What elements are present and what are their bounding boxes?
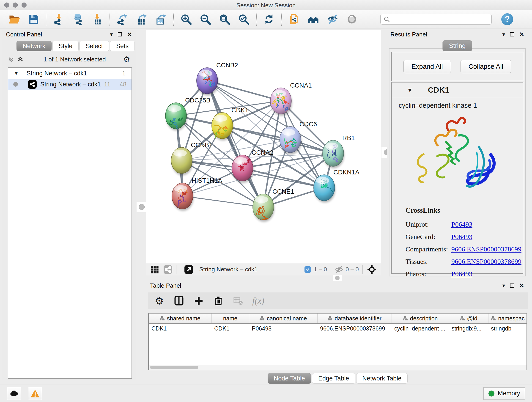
float-panel-icon[interactable] xyxy=(118,32,122,36)
network-node-CCNA2[interactable]: CCNA2 xyxy=(232,149,273,183)
zoom-fit-icon[interactable] xyxy=(218,13,231,26)
help-button[interactable]: ? xyxy=(501,13,513,25)
memory-button[interactable]: Memory xyxy=(483,387,525,400)
zoom-out-icon[interactable] xyxy=(199,13,212,26)
tab-select[interactable]: Select xyxy=(80,41,109,51)
collapse-gene-icon[interactable]: ▼ xyxy=(407,87,413,94)
tree-expand-icon[interactable]: ▼ xyxy=(14,70,19,76)
tab-style[interactable]: Style xyxy=(52,41,79,51)
import-database-icon[interactable] xyxy=(71,13,84,26)
import-network-icon[interactable] xyxy=(52,13,65,26)
grid-view-icon[interactable] xyxy=(150,265,159,274)
tab-string[interactable]: String xyxy=(443,40,472,51)
table-tabs: Node TableEdge TableNetwork Table xyxy=(148,373,528,384)
table-settings-gear-icon[interactable]: ⚙ xyxy=(154,295,165,306)
column-header-description[interactable]: description xyxy=(392,313,449,324)
expand-all-icon[interactable] xyxy=(17,56,24,63)
table-horizontal-scrollbar[interactable] xyxy=(148,365,527,370)
network-edge[interactable] xyxy=(207,81,263,207)
table-cell[interactable]: P06493 xyxy=(249,324,317,333)
refresh-icon[interactable] xyxy=(263,13,275,26)
network-node-CCNB1[interactable]: CCNB1 xyxy=(171,141,213,175)
float-panel-icon[interactable] xyxy=(510,32,514,36)
close-icon[interactable]: ✕ xyxy=(519,31,524,38)
warning-icon[interactable] xyxy=(28,387,42,400)
tab-sets[interactable]: Sets xyxy=(110,41,135,51)
table-cell[interactable]: CDK1 xyxy=(211,324,249,333)
share-document-icon[interactable] xyxy=(288,13,301,26)
crosslink-link[interactable]: P06493 xyxy=(451,270,472,278)
tab-network-table[interactable]: Network Table xyxy=(356,373,408,384)
column-header-name[interactable]: name xyxy=(211,313,249,324)
network-node-CCNE1[interactable]: CCNE1 xyxy=(253,188,294,222)
column-header-shared-name[interactable]: shared name xyxy=(149,313,211,324)
network-overview-icon[interactable] xyxy=(307,13,320,26)
cloud-icon[interactable] xyxy=(7,387,21,400)
zoom-selected-icon[interactable] xyxy=(237,13,250,26)
close-icon[interactable]: ✕ xyxy=(127,31,132,38)
table-cell[interactable]: CDK1 xyxy=(149,324,211,333)
export-image-icon[interactable] xyxy=(154,13,167,26)
network-node-RB1[interactable]: RB1 xyxy=(323,134,355,168)
toolbar-separator xyxy=(281,13,282,26)
network-node-CCNB2[interactable]: CCNB2 xyxy=(196,62,238,96)
network-node-HIST1H1A[interactable]: HIST1H1A xyxy=(172,177,222,211)
network-collection-row[interactable]: ▼ String Network – cdk1 1 xyxy=(8,68,132,79)
gene-card-header[interactable]: ▼ CDK1 xyxy=(392,83,523,98)
table-row[interactable]: CDK1CDK1P064939606.ENSP00000378699cyclin… xyxy=(149,324,527,333)
search-input[interactable] xyxy=(380,14,492,25)
tab-network[interactable]: Network xyxy=(17,41,51,51)
add-column-icon[interactable] xyxy=(193,295,204,306)
network-edge[interactable] xyxy=(182,196,263,207)
close-icon[interactable]: ✕ xyxy=(519,282,524,289)
crosslink-link[interactable]: 9606.ENSP00000378699 xyxy=(451,245,521,253)
column-header-canonical-name[interactable]: canonical name xyxy=(249,313,317,324)
collapse-all-button[interactable]: Collapse All xyxy=(461,60,511,73)
crosslink-link[interactable]: P06493 xyxy=(451,233,472,241)
selected-checkbox-icon[interactable] xyxy=(304,266,311,273)
crosslink-link[interactable]: P06493 xyxy=(451,220,472,228)
expand-all-button[interactable]: Expand All xyxy=(404,60,451,73)
delete-column-trash-icon[interactable] xyxy=(213,295,224,306)
tab-edge-table[interactable]: Edge Table xyxy=(312,373,355,384)
crosslink-link[interactable]: 9606.ENSP00000378699 xyxy=(451,258,521,265)
chevron-down-icon[interactable]: ▾ xyxy=(502,282,505,289)
network-node-count: 11 xyxy=(104,81,110,88)
share-view-icon[interactable] xyxy=(163,265,172,274)
chevron-down-icon[interactable]: ▾ xyxy=(502,31,505,38)
window-titlebar: Session: New Session xyxy=(0,0,532,10)
gear-icon[interactable]: ⚙ xyxy=(123,55,130,64)
export-network-icon[interactable] xyxy=(116,13,129,26)
show-columns-icon[interactable] xyxy=(173,295,184,306)
import-table-icon[interactable] xyxy=(91,13,104,26)
zoom-in-icon[interactable] xyxy=(180,13,192,26)
app-statusbar: Memory xyxy=(0,385,532,402)
column-header-database-identifier[interactable]: database identifier xyxy=(317,313,392,324)
selected-node-edge-count: 1 – 0 xyxy=(314,266,327,273)
collapse-all-icon[interactable] xyxy=(8,56,15,63)
chevron-down-icon[interactable]: ▾ xyxy=(110,31,113,38)
bottom-splitter-handle[interactable] xyxy=(333,275,342,281)
show-panel-icon[interactable] xyxy=(346,13,358,26)
column-header--id[interactable]: @id xyxy=(449,313,488,324)
birds-eye-view-icon[interactable] xyxy=(367,265,376,274)
table-cell[interactable]: 9606.ENSP00000378699 xyxy=(317,324,392,333)
table-cell[interactable]: stringdb:9... xyxy=(449,324,488,333)
left-splitter-handle[interactable] xyxy=(137,202,147,212)
open-session-icon[interactable] xyxy=(8,13,21,26)
network-view-canvas[interactable]: CCNB2 CCNA1 CDC25B CDK1 CDC6 RB1 CCNB1 xyxy=(146,30,381,263)
node-table[interactable]: shared namenamecanonical namedatabase id… xyxy=(148,313,527,370)
float-panel-icon[interactable] xyxy=(510,283,514,288)
function-builder-icon: f(x) xyxy=(252,296,264,306)
tab-node-table[interactable]: Node Table xyxy=(268,373,311,384)
network-node-CDKN1A[interactable]: CDKN1A xyxy=(314,169,360,203)
export-table-icon[interactable] xyxy=(135,13,148,26)
table-cell[interactable]: stringdb xyxy=(488,324,527,333)
network-row-selected[interactable]: String Network – cdk1 11 48 xyxy=(8,79,132,90)
hide-panel-icon[interactable] xyxy=(326,13,339,26)
column-header-namespac[interactable]: namespac xyxy=(488,313,527,324)
scrollbar-thumb[interactable] xyxy=(150,366,198,369)
save-session-icon[interactable] xyxy=(27,13,40,26)
table-cell[interactable]: cyclin–dependent ... xyxy=(392,324,449,333)
open-in-browser-icon[interactable] xyxy=(184,265,193,274)
